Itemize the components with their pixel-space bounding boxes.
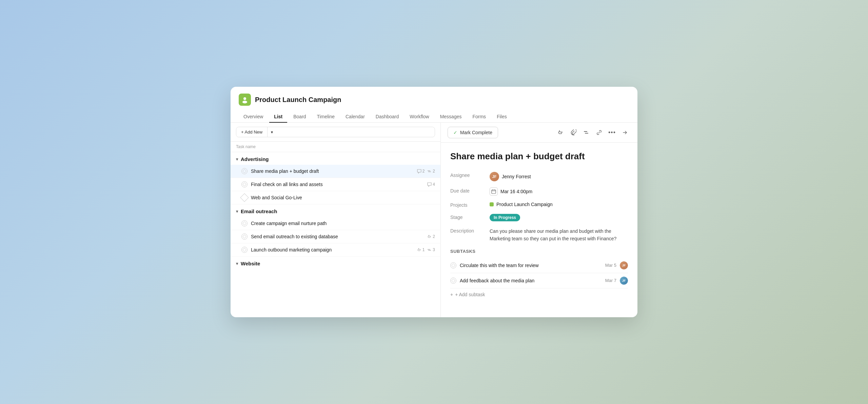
svg-point-0 <box>243 97 246 100</box>
projects-label: Projects <box>450 202 484 208</box>
svg-point-5 <box>243 183 246 186</box>
svg-rect-10 <box>428 250 431 251</box>
task-meta-outreach: 2 <box>427 234 435 239</box>
task-name-outreach: Send email outreach to existing database <box>251 234 424 239</box>
stage-label: Stage <box>450 214 484 220</box>
assignee-avatar: JF <box>490 172 499 181</box>
assignee-label: Assignee <box>450 172 484 178</box>
tab-calendar[interactable]: Calendar <box>341 111 370 123</box>
section-email-outreach[interactable]: ▾ Email outreach <box>231 204 440 217</box>
task-check-share-media[interactable] <box>241 168 248 174</box>
tab-overview[interactable]: Overview <box>239 111 268 123</box>
mark-complete-check-icon: ✓ <box>453 130 457 135</box>
subtasks-section: Subtasks Circulate this with the team fo… <box>450 249 628 301</box>
detail-description-row: Description Can you please share our med… <box>450 227 628 243</box>
section-chevron-email: ▾ <box>236 209 238 214</box>
task-name-launch: Launch outbound marketing campaign <box>251 247 414 252</box>
tab-list[interactable]: List <box>269 111 287 123</box>
svg-rect-4 <box>428 171 431 172</box>
due-date-label: Due date <box>450 187 484 194</box>
task-check-final-check[interactable] <box>241 181 248 187</box>
copy-link-button[interactable] <box>593 127 605 138</box>
tab-messages[interactable]: Messages <box>435 111 467 123</box>
nav-tabs: Overview List Board Timeline Calendar Da… <box>239 111 629 122</box>
section-chevron-website: ▾ <box>236 261 238 266</box>
subtask-count-share-media: 2 <box>427 169 435 174</box>
stage-badge[interactable]: In Progress <box>490 214 520 221</box>
svg-point-1 <box>242 101 247 103</box>
detail-task-title: Share media plan + budget draft <box>450 151 628 162</box>
svg-point-18 <box>452 279 455 282</box>
stage-value[interactable]: In Progress <box>490 214 520 221</box>
subtask-row-circulate[interactable]: Circulate this with the team for review … <box>450 258 628 273</box>
svg-rect-3 <box>428 170 430 171</box>
add-new-button[interactable]: + Add New ▾ <box>236 127 435 137</box>
add-subtask-plus: + <box>450 292 453 297</box>
detail-due-date-row: Due date Mar 16 4:00pm <box>450 187 628 196</box>
subtask-check-circulate[interactable] <box>450 262 456 268</box>
due-date-text: Mar 16 4:00pm <box>500 189 532 194</box>
like-count-launch: 1 <box>417 247 425 252</box>
attach-button[interactable] <box>568 127 579 138</box>
task-meta-launch: 1 3 <box>417 247 435 252</box>
add-new-dropdown-arrow[interactable]: ▾ <box>268 127 276 137</box>
project-color-dot <box>490 202 494 206</box>
tab-board[interactable]: Board <box>289 111 311 123</box>
task-check-golive[interactable] <box>240 193 249 202</box>
subtask-name-circulate: Circulate this with the team for review <box>460 263 602 268</box>
section-website[interactable]: ▾ Website <box>231 257 440 269</box>
add-subtask-button[interactable]: + + Add subtask <box>450 288 485 301</box>
projects-value: Product Launch Campaign <box>490 202 553 207</box>
description-value: Can you please share our media plan and … <box>490 227 628 243</box>
subtask-avatar-circulate: JF <box>620 261 628 269</box>
task-row-launch[interactable]: Launch outbound marketing campaign 1 3 <box>231 243 440 257</box>
app-window: Product Launch Campaign Overview List Bo… <box>231 87 637 317</box>
task-row-nurture[interactable]: Create campaign email nurture path <box>231 217 440 230</box>
subtask-check-feedback[interactable] <box>450 278 456 284</box>
tab-forms[interactable]: Forms <box>468 111 491 123</box>
mark-complete-button[interactable]: ✓ Mark Complete <box>448 127 498 138</box>
expand-button[interactable] <box>619 127 631 138</box>
mark-complete-label: Mark Complete <box>460 130 492 135</box>
task-row-final-check[interactable]: Final check on all links and assets 4 <box>231 178 440 191</box>
subtask-date-circulate: Mar 5 <box>605 263 616 268</box>
task-name-golive: Web and Social Go-Live <box>251 195 435 200</box>
tab-dashboard[interactable]: Dashboard <box>371 111 404 123</box>
task-check-outreach[interactable] <box>241 234 248 240</box>
header: Product Launch Campaign Overview List Bo… <box>231 87 637 123</box>
task-list: Task name ▾ Advertising Share media plan… <box>231 142 440 317</box>
description-label: Description <box>450 227 484 234</box>
add-new-label[interactable]: + Add New <box>236 127 268 137</box>
project-title: Product Launch Campaign <box>255 96 341 104</box>
subtask-avatar-img-circulate: JF <box>620 261 628 269</box>
svg-point-6 <box>243 222 246 225</box>
task-meta-final-check: 4 <box>427 182 435 187</box>
description-text: Can you please share our media plan and … <box>490 227 628 243</box>
task-row-golive[interactable]: Web and Social Go-Live <box>231 191 440 204</box>
task-check-launch[interactable] <box>241 247 248 253</box>
tab-timeline[interactable]: Timeline <box>312 111 339 123</box>
more-button[interactable]: ••• <box>606 127 618 138</box>
task-name-share-media: Share media plan + budget draft <box>251 168 414 174</box>
tab-files[interactable]: Files <box>492 111 512 123</box>
add-subtask-label: + Add subtask <box>455 292 485 297</box>
comment-count-share-media: 2 <box>417 169 425 174</box>
task-row-share-media[interactable]: Share media plan + budget draft 2 2 <box>231 165 440 178</box>
subtask-avatar-img-feedback: JF <box>620 277 628 285</box>
task-check-nurture[interactable] <box>241 220 248 226</box>
project-icon <box>239 94 251 106</box>
section-title-advertising: Advertising <box>241 156 269 162</box>
due-date-value[interactable]: Mar 16 4:00pm <box>490 187 532 196</box>
project-name: Product Launch Campaign <box>496 202 553 207</box>
detail-stage-row: Stage In Progress <box>450 214 628 221</box>
tab-workflow[interactable]: Workflow <box>405 111 434 123</box>
section-advertising[interactable]: ▾ Advertising <box>231 152 440 165</box>
main-content: + Add New ▾ Task name ▾ Advertising <box>231 123 637 317</box>
task-row-outreach[interactable]: Send email outreach to existing database… <box>231 230 440 243</box>
subtask-row-feedback[interactable]: Add feedback about the media plan Mar 7 … <box>450 273 628 288</box>
svg-rect-11 <box>584 131 587 132</box>
section-chevron-advertising: ▾ <box>236 157 238 162</box>
assignee-name: Jenny Forrest <box>502 174 531 179</box>
like-button[interactable] <box>555 127 566 138</box>
subtask-button[interactable] <box>580 127 592 138</box>
